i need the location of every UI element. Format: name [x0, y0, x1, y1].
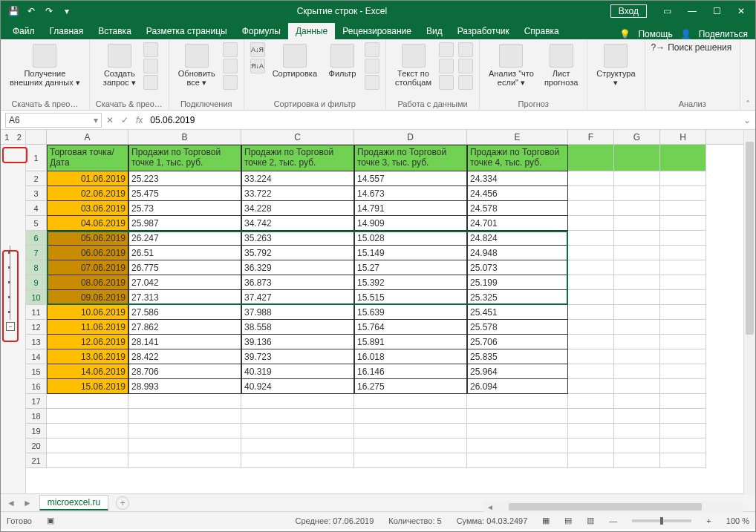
- outline-level-1[interactable]: 1: [1, 130, 13, 144]
- sheet-nav-prev-icon[interactable]: ◄: [7, 498, 16, 508]
- cell[interactable]: 34.742: [241, 216, 354, 231]
- cell[interactable]: 25.073: [467, 260, 568, 275]
- connections-icon[interactable]: [223, 42, 238, 57]
- cell[interactable]: 25.325: [467, 290, 568, 305]
- cell[interactable]: 14.557: [354, 171, 467, 186]
- advanced-filter-icon[interactable]: [365, 75, 379, 90]
- sort-az-button[interactable]: А↓Я: [250, 42, 265, 57]
- cell[interactable]: 25.987: [128, 216, 241, 231]
- cell[interactable]: 28.993: [128, 379, 241, 394]
- cell[interactable]: 16.275: [354, 379, 467, 394]
- row-header[interactable]: 21: [26, 453, 47, 468]
- clear-filter-icon[interactable]: [365, 42, 379, 57]
- cell[interactable]: 25.199: [467, 275, 568, 290]
- cell[interactable]: 39.723: [241, 349, 354, 364]
- tab-developer[interactable]: Разработчик: [450, 23, 517, 39]
- data-validation-icon[interactable]: [439, 75, 454, 90]
- view-normal-icon[interactable]: ▦: [542, 516, 550, 525]
- sort-za-button[interactable]: Я↓А: [250, 59, 265, 73]
- share-label[interactable]: Поделиться: [699, 29, 748, 39]
- tab-formulas[interactable]: Формулы: [235, 23, 288, 39]
- cell[interactable]: 16.018: [354, 349, 467, 364]
- name-box[interactable]: A6▾: [5, 113, 102, 128]
- row-header[interactable]: 11: [26, 305, 47, 320]
- cell[interactable]: 24.456: [467, 186, 568, 201]
- cell[interactable]: 27.586: [128, 305, 241, 320]
- col-header-A[interactable]: A: [47, 130, 128, 144]
- outline-button[interactable]: Структура ▾: [593, 42, 638, 88]
- cell[interactable]: 25.835: [467, 349, 568, 364]
- cell[interactable]: 09.06.2019: [47, 290, 128, 305]
- cell[interactable]: 15.028: [354, 231, 467, 246]
- zoom-in-button[interactable]: +: [706, 516, 711, 525]
- cell[interactable]: 15.515: [354, 290, 467, 305]
- row-header[interactable]: 4: [26, 201, 47, 216]
- cell[interactable]: 38.558: [241, 320, 354, 335]
- sheet-tab-active[interactable]: microexcel.ru: [39, 495, 108, 510]
- row-header[interactable]: 2: [26, 171, 47, 186]
- row-header[interactable]: 7: [26, 246, 47, 260]
- cell[interactable]: 25.964: [467, 364, 568, 379]
- tab-help[interactable]: Справка: [517, 23, 567, 39]
- forecast-sheet-button[interactable]: Лист прогноза: [541, 42, 581, 88]
- row-header[interactable]: 8: [26, 260, 47, 275]
- row-header[interactable]: 9: [26, 275, 47, 290]
- cell[interactable]: 15.764: [354, 320, 467, 335]
- select-all-corner[interactable]: [26, 130, 47, 145]
- col-header-F[interactable]: F: [568, 130, 614, 144]
- cell[interactable]: 13.06.2019: [47, 349, 128, 364]
- cell[interactable]: 24.334: [467, 171, 568, 186]
- cell[interactable]: 25.475: [128, 186, 241, 201]
- cell[interactable]: 04.06.2019: [47, 216, 128, 231]
- cell[interactable]: 14.06.2019: [47, 364, 128, 379]
- redo-icon[interactable]: ↷: [42, 4, 56, 18]
- expand-formula-icon[interactable]: ⌄: [743, 115, 751, 125]
- cell[interactable]: 25.706: [467, 335, 568, 349]
- zoom-out-button[interactable]: —: [609, 516, 617, 525]
- ribbon-options-icon[interactable]: ▭: [656, 4, 679, 18]
- row-header[interactable]: 12: [26, 320, 47, 335]
- text-to-columns-button[interactable]: Текст по столбцам: [392, 42, 434, 88]
- cell[interactable]: 35.263: [241, 231, 354, 246]
- horizontal-scrollbar[interactable]: ◄: [483, 501, 743, 513]
- cancel-icon[interactable]: ✕: [106, 115, 114, 125]
- cell[interactable]: 15.06.2019: [47, 379, 128, 394]
- cell[interactable]: 24.948: [467, 246, 568, 260]
- maximize-button[interactable]: ☐: [706, 4, 729, 18]
- cell[interactable]: 11.06.2019: [47, 320, 128, 335]
- cell[interactable]: 37.427: [241, 290, 354, 305]
- tell-me-icon[interactable]: 💡: [619, 29, 630, 39]
- cell[interactable]: 25.451: [467, 305, 568, 320]
- cell[interactable]: 26.51: [128, 246, 241, 260]
- cell[interactable]: 35.792: [241, 246, 354, 260]
- cell[interactable]: 36.873: [241, 275, 354, 290]
- cell[interactable]: 26.094: [467, 379, 568, 394]
- minimize-button[interactable]: —: [680, 4, 704, 18]
- cell[interactable]: Торговая точка/ Дата: [47, 145, 128, 171]
- cell[interactable]: 39.136: [241, 335, 354, 349]
- save-icon[interactable]: 💾: [7, 4, 20, 18]
- fx-icon[interactable]: fx: [136, 115, 143, 125]
- refresh-all-button[interactable]: Обновить все ▾: [175, 42, 218, 88]
- close-button[interactable]: ✕: [730, 4, 752, 18]
- new-query-button[interactable]: Создать запрос ▾: [100, 42, 139, 88]
- cell[interactable]: 25.73: [128, 201, 241, 216]
- view-page-icon[interactable]: ▤: [564, 516, 572, 525]
- vertical-scrollbar[interactable]: [743, 130, 755, 495]
- cell[interactable]: 03.06.2019: [47, 201, 128, 216]
- properties-icon[interactable]: [223, 59, 238, 73]
- row-header[interactable]: 17: [26, 394, 47, 409]
- cell[interactable]: 08.06.2019: [47, 275, 128, 290]
- new-sheet-button[interactable]: +: [116, 496, 129, 510]
- cell[interactable]: 15.149: [354, 246, 467, 260]
- cell[interactable]: 28.706: [128, 364, 241, 379]
- cell[interactable]: 40.319: [241, 364, 354, 379]
- undo-icon[interactable]: ↶: [25, 4, 38, 18]
- cell[interactable]: Продажи по Торговой точке 1, тыс. руб.: [128, 145, 241, 171]
- tell-me-label[interactable]: Помощь: [638, 29, 672, 39]
- status-record-macro-icon[interactable]: ▣: [47, 516, 54, 525]
- row-header[interactable]: 18: [26, 409, 47, 424]
- cell[interactable]: 01.06.2019: [47, 171, 128, 186]
- tab-review[interactable]: Рецензирование: [335, 23, 419, 39]
- show-queries-icon[interactable]: [143, 42, 158, 57]
